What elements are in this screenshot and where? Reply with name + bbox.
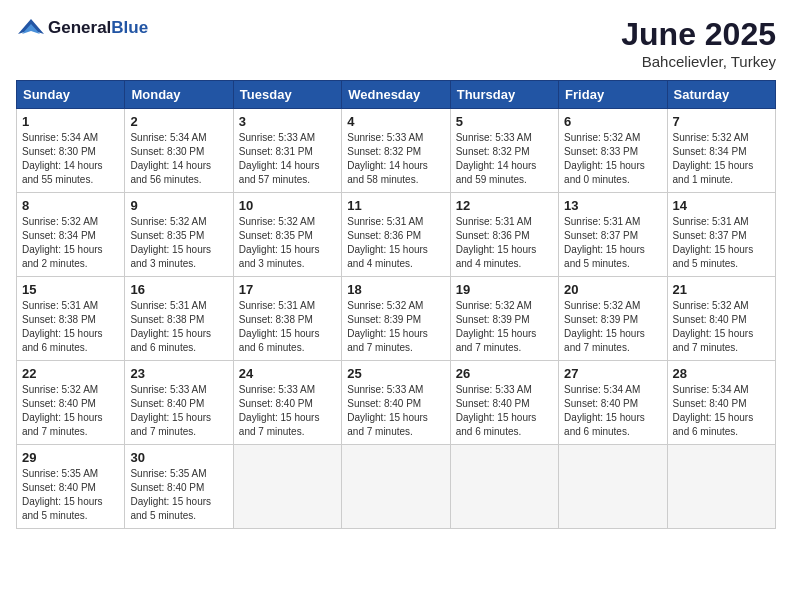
table-row: 24Sunrise: 5:33 AMSunset: 8:40 PMDayligh… xyxy=(233,361,341,445)
day-info: Sunrise: 5:33 AMSunset: 8:31 PMDaylight:… xyxy=(239,131,336,187)
day-info: Sunrise: 5:31 AMSunset: 8:38 PMDaylight:… xyxy=(22,299,119,355)
table-row: 20Sunrise: 5:32 AMSunset: 8:39 PMDayligh… xyxy=(559,277,667,361)
table-row xyxy=(342,445,450,529)
month-title: June 2025 xyxy=(621,16,776,53)
day-info: Sunrise: 5:31 AMSunset: 8:37 PMDaylight:… xyxy=(564,215,661,271)
table-row: 18Sunrise: 5:32 AMSunset: 8:39 PMDayligh… xyxy=(342,277,450,361)
day-number: 14 xyxy=(673,198,770,213)
week-row: 29Sunrise: 5:35 AMSunset: 8:40 PMDayligh… xyxy=(17,445,776,529)
day-info: Sunrise: 5:33 AMSunset: 8:32 PMDaylight:… xyxy=(456,131,553,187)
table-row: 28Sunrise: 5:34 AMSunset: 8:40 PMDayligh… xyxy=(667,361,775,445)
table-row xyxy=(233,445,341,529)
day-info: Sunrise: 5:33 AMSunset: 8:40 PMDaylight:… xyxy=(239,383,336,439)
col-friday: Friday xyxy=(559,81,667,109)
table-row: 26Sunrise: 5:33 AMSunset: 8:40 PMDayligh… xyxy=(450,361,558,445)
calendar-table: Sunday Monday Tuesday Wednesday Thursday… xyxy=(16,80,776,529)
col-sunday: Sunday xyxy=(17,81,125,109)
day-number: 28 xyxy=(673,366,770,381)
col-tuesday: Tuesday xyxy=(233,81,341,109)
day-info: Sunrise: 5:31 AMSunset: 8:36 PMDaylight:… xyxy=(347,215,444,271)
day-number: 27 xyxy=(564,366,661,381)
day-number: 29 xyxy=(22,450,119,465)
table-row: 29Sunrise: 5:35 AMSunset: 8:40 PMDayligh… xyxy=(17,445,125,529)
day-info: Sunrise: 5:33 AMSunset: 8:40 PMDaylight:… xyxy=(130,383,227,439)
day-number: 16 xyxy=(130,282,227,297)
logo-general: General xyxy=(48,18,111,37)
day-info: Sunrise: 5:32 AMSunset: 8:39 PMDaylight:… xyxy=(456,299,553,355)
table-row: 25Sunrise: 5:33 AMSunset: 8:40 PMDayligh… xyxy=(342,361,450,445)
day-info: Sunrise: 5:32 AMSunset: 8:34 PMDaylight:… xyxy=(22,215,119,271)
location-title: Bahcelievler, Turkey xyxy=(621,53,776,70)
day-info: Sunrise: 5:31 AMSunset: 8:36 PMDaylight:… xyxy=(456,215,553,271)
table-row: 3Sunrise: 5:33 AMSunset: 8:31 PMDaylight… xyxy=(233,109,341,193)
day-number: 17 xyxy=(239,282,336,297)
day-number: 25 xyxy=(347,366,444,381)
table-row: 22Sunrise: 5:32 AMSunset: 8:40 PMDayligh… xyxy=(17,361,125,445)
day-number: 8 xyxy=(22,198,119,213)
table-row: 23Sunrise: 5:33 AMSunset: 8:40 PMDayligh… xyxy=(125,361,233,445)
table-row: 10Sunrise: 5:32 AMSunset: 8:35 PMDayligh… xyxy=(233,193,341,277)
day-info: Sunrise: 5:32 AMSunset: 8:33 PMDaylight:… xyxy=(564,131,661,187)
day-info: Sunrise: 5:33 AMSunset: 8:40 PMDaylight:… xyxy=(347,383,444,439)
table-row: 13Sunrise: 5:31 AMSunset: 8:37 PMDayligh… xyxy=(559,193,667,277)
table-row: 8Sunrise: 5:32 AMSunset: 8:34 PMDaylight… xyxy=(17,193,125,277)
day-info: Sunrise: 5:31 AMSunset: 8:38 PMDaylight:… xyxy=(239,299,336,355)
calendar-header-row: Sunday Monday Tuesday Wednesday Thursday… xyxy=(17,81,776,109)
table-row: 1Sunrise: 5:34 AMSunset: 8:30 PMDaylight… xyxy=(17,109,125,193)
table-row: 17Sunrise: 5:31 AMSunset: 8:38 PMDayligh… xyxy=(233,277,341,361)
day-number: 26 xyxy=(456,366,553,381)
day-number: 21 xyxy=(673,282,770,297)
day-number: 12 xyxy=(456,198,553,213)
day-number: 7 xyxy=(673,114,770,129)
table-row: 21Sunrise: 5:32 AMSunset: 8:40 PMDayligh… xyxy=(667,277,775,361)
day-info: Sunrise: 5:34 AMSunset: 8:30 PMDaylight:… xyxy=(22,131,119,187)
day-info: Sunrise: 5:32 AMSunset: 8:39 PMDaylight:… xyxy=(564,299,661,355)
day-number: 23 xyxy=(130,366,227,381)
day-info: Sunrise: 5:32 AMSunset: 8:35 PMDaylight:… xyxy=(130,215,227,271)
table-row: 5Sunrise: 5:33 AMSunset: 8:32 PMDaylight… xyxy=(450,109,558,193)
day-number: 22 xyxy=(22,366,119,381)
table-row: 6Sunrise: 5:32 AMSunset: 8:33 PMDaylight… xyxy=(559,109,667,193)
logo-blue: Blue xyxy=(111,18,148,37)
day-info: Sunrise: 5:32 AMSunset: 8:35 PMDaylight:… xyxy=(239,215,336,271)
table-row xyxy=(667,445,775,529)
table-row: 19Sunrise: 5:32 AMSunset: 8:39 PMDayligh… xyxy=(450,277,558,361)
table-row xyxy=(450,445,558,529)
day-number: 11 xyxy=(347,198,444,213)
week-row: 1Sunrise: 5:34 AMSunset: 8:30 PMDaylight… xyxy=(17,109,776,193)
day-info: Sunrise: 5:32 AMSunset: 8:40 PMDaylight:… xyxy=(673,299,770,355)
day-info: Sunrise: 5:32 AMSunset: 8:34 PMDaylight:… xyxy=(673,131,770,187)
day-info: Sunrise: 5:32 AMSunset: 8:39 PMDaylight:… xyxy=(347,299,444,355)
week-row: 15Sunrise: 5:31 AMSunset: 8:38 PMDayligh… xyxy=(17,277,776,361)
col-wednesday: Wednesday xyxy=(342,81,450,109)
day-info: Sunrise: 5:34 AMSunset: 8:40 PMDaylight:… xyxy=(673,383,770,439)
day-number: 2 xyxy=(130,114,227,129)
day-number: 10 xyxy=(239,198,336,213)
day-number: 18 xyxy=(347,282,444,297)
day-number: 1 xyxy=(22,114,119,129)
table-row: 27Sunrise: 5:34 AMSunset: 8:40 PMDayligh… xyxy=(559,361,667,445)
week-row: 8Sunrise: 5:32 AMSunset: 8:34 PMDaylight… xyxy=(17,193,776,277)
logo-icon xyxy=(16,16,46,40)
table-row: 14Sunrise: 5:31 AMSunset: 8:37 PMDayligh… xyxy=(667,193,775,277)
day-number: 4 xyxy=(347,114,444,129)
day-info: Sunrise: 5:35 AMSunset: 8:40 PMDaylight:… xyxy=(130,467,227,523)
day-info: Sunrise: 5:34 AMSunset: 8:40 PMDaylight:… xyxy=(564,383,661,439)
table-row: 4Sunrise: 5:33 AMSunset: 8:32 PMDaylight… xyxy=(342,109,450,193)
table-row: 11Sunrise: 5:31 AMSunset: 8:36 PMDayligh… xyxy=(342,193,450,277)
table-row: 30Sunrise: 5:35 AMSunset: 8:40 PMDayligh… xyxy=(125,445,233,529)
day-info: Sunrise: 5:31 AMSunset: 8:38 PMDaylight:… xyxy=(130,299,227,355)
table-row: 16Sunrise: 5:31 AMSunset: 8:38 PMDayligh… xyxy=(125,277,233,361)
day-number: 24 xyxy=(239,366,336,381)
day-info: Sunrise: 5:33 AMSunset: 8:32 PMDaylight:… xyxy=(347,131,444,187)
table-row: 12Sunrise: 5:31 AMSunset: 8:36 PMDayligh… xyxy=(450,193,558,277)
logo: GeneralBlue xyxy=(16,16,148,40)
week-row: 22Sunrise: 5:32 AMSunset: 8:40 PMDayligh… xyxy=(17,361,776,445)
day-number: 30 xyxy=(130,450,227,465)
table-row: 15Sunrise: 5:31 AMSunset: 8:38 PMDayligh… xyxy=(17,277,125,361)
table-row xyxy=(559,445,667,529)
col-monday: Monday xyxy=(125,81,233,109)
day-number: 15 xyxy=(22,282,119,297)
day-number: 13 xyxy=(564,198,661,213)
day-number: 3 xyxy=(239,114,336,129)
